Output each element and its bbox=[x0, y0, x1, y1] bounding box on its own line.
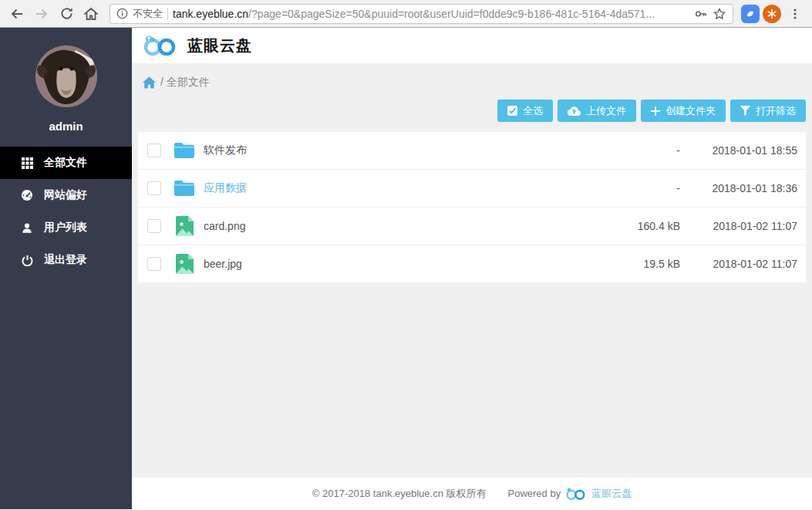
row-checkbox[interactable] bbox=[147, 181, 161, 195]
create-folder-label: 创建文件夹 bbox=[665, 104, 716, 118]
sidebar-item-label: 用户列表 bbox=[44, 221, 87, 235]
app-header: 蓝眼云盘 bbox=[132, 28, 812, 63]
infinity-cloud-logo bbox=[143, 34, 178, 57]
reload-button[interactable] bbox=[56, 3, 77, 25]
forward-icon bbox=[34, 6, 49, 22]
folder-icon bbox=[174, 143, 194, 158]
info-icon[interactable] bbox=[116, 8, 128, 19]
brand-link[interactable]: 蓝眼云盘 bbox=[591, 487, 632, 501]
file-name[interactable]: 应用数据 bbox=[204, 181, 588, 195]
forward-button[interactable] bbox=[31, 3, 52, 25]
back-icon bbox=[9, 6, 25, 22]
file-date: 2018-01-02 11:07 bbox=[680, 258, 797, 270]
home-icon bbox=[83, 6, 99, 22]
file-name[interactable]: beer.jpg bbox=[204, 258, 588, 270]
row-checkbox[interactable] bbox=[147, 219, 161, 233]
extension-orange-icon[interactable] bbox=[763, 5, 781, 23]
sidebar-menu: 全部文件 网站偏好 用户列表 退出登录 bbox=[0, 147, 132, 276]
sidebar-item-label: 全部文件 bbox=[44, 156, 87, 170]
file-date: 2018-01-01 18:36 bbox=[680, 182, 797, 194]
username: admin bbox=[49, 120, 83, 133]
file-name[interactable]: card.png bbox=[204, 220, 588, 232]
powered-by: Powered by 蓝眼云盘 bbox=[508, 487, 632, 501]
upload-file-button[interactable]: 上传文件 bbox=[558, 100, 636, 122]
upload-file-label: 上传文件 bbox=[586, 104, 626, 118]
row-checkbox[interactable] bbox=[147, 257, 161, 271]
sidebar-item-all-files[interactable]: 全部文件 bbox=[0, 147, 132, 179]
menu-dots-icon bbox=[789, 8, 801, 20]
table-row[interactable]: card.png 160.4 kB 2018-01-02 11:07 bbox=[138, 208, 806, 245]
create-folder-button[interactable]: 创建文件夹 bbox=[641, 100, 726, 122]
url-text[interactable]: tank.eyeblue.cn/?page=0&pageSize=50&puui… bbox=[173, 8, 689, 20]
browser-toolbar: 不安全 tank.eyeblue.cn/?page=0&pageSize=50&… bbox=[0, 0, 812, 28]
back-button[interactable] bbox=[6, 3, 28, 25]
file-size: - bbox=[588, 144, 680, 157]
row-checkbox[interactable] bbox=[147, 144, 161, 157]
sidebar-item-label: 网站偏好 bbox=[44, 188, 87, 202]
breadcrumb: / 全部文件 bbox=[138, 63, 806, 93]
filter-icon bbox=[740, 106, 750, 116]
url-bar[interactable]: 不安全 tank.eyeblue.cn/?page=0&pageSize=50&… bbox=[110, 4, 733, 24]
file-size: - bbox=[588, 182, 680, 194]
select-all-button[interactable]: 全选 bbox=[497, 100, 553, 122]
key-icon[interactable] bbox=[694, 7, 708, 21]
action-toolbar: 全选 上传文件 创建文件夹 打开筛选 bbox=[138, 93, 806, 132]
file-name[interactable]: 软件发布 bbox=[204, 144, 588, 157]
home-button[interactable] bbox=[80, 3, 102, 25]
infinity-cloud-logo bbox=[565, 487, 587, 501]
select-all-label: 全选 bbox=[523, 104, 543, 118]
app-title: 蓝眼云盘 bbox=[187, 35, 252, 56]
file-date: 2018-01-02 11:07 bbox=[680, 220, 797, 232]
powered-by-text: Powered by bbox=[508, 488, 561, 499]
plus-icon bbox=[651, 106, 660, 116]
breadcrumb-path[interactable]: / 全部文件 bbox=[160, 76, 210, 90]
table-row[interactable]: beer.jpg 19.5 kB 2018-01-02 11:07 bbox=[138, 245, 806, 283]
cloud-upload-icon bbox=[568, 106, 581, 116]
user-icon bbox=[21, 222, 33, 234]
reload-icon bbox=[59, 6, 74, 21]
copyright-text: © 2017-2018 tank.eyeblue.cn 版权所有 bbox=[312, 487, 487, 501]
browser-menu-button[interactable] bbox=[784, 3, 806, 25]
grid-icon bbox=[21, 157, 33, 169]
star-icon[interactable] bbox=[713, 7, 726, 21]
dashboard-icon bbox=[21, 189, 33, 201]
table-row[interactable]: 软件发布 - 2018-01-01 18:55 bbox=[138, 132, 806, 170]
file-size: 19.5 kB bbox=[588, 258, 680, 270]
checkbox-icon bbox=[507, 106, 517, 116]
file-size: 160.4 kB bbox=[588, 220, 680, 232]
sidebar-item-label: 退出登录 bbox=[44, 253, 87, 267]
url-domain: tank.eyeblue.cn bbox=[173, 8, 248, 20]
url-path: /?page=0&pageSize=50&puuid=root&userUuid… bbox=[248, 8, 655, 20]
home-icon[interactable] bbox=[143, 76, 156, 89]
sidebar-item-site-preferences[interactable]: 网站偏好 bbox=[0, 179, 132, 211]
divider bbox=[167, 8, 168, 20]
image-file-icon bbox=[174, 254, 194, 274]
table-row[interactable]: 应用数据 - 2018-01-01 18:36 bbox=[138, 170, 806, 208]
file-table: 软件发布 - 2018-01-01 18:55 应用数据 - 2018-01-0… bbox=[138, 132, 806, 283]
power-icon bbox=[21, 255, 33, 266]
content: / 全部文件 全选 上传文件 创建文件夹 打开筛选 bbox=[132, 63, 812, 478]
extension-blue-icon[interactable] bbox=[741, 5, 760, 23]
image-file-icon bbox=[174, 216, 194, 236]
goat-avatar-image bbox=[35, 46, 97, 107]
sidebar-item-logout[interactable]: 退出登录 bbox=[0, 244, 132, 276]
footer: © 2017-2018 tank.eyeblue.cn 版权所有 Powered… bbox=[132, 478, 812, 509]
folder-icon bbox=[174, 181, 194, 196]
security-label[interactable]: 不安全 bbox=[133, 7, 163, 21]
avatar[interactable] bbox=[35, 46, 97, 107]
open-filter-button[interactable]: 打开筛选 bbox=[730, 100, 806, 122]
open-filter-label: 打开筛选 bbox=[756, 104, 796, 118]
sidebar-item-user-list[interactable]: 用户列表 bbox=[0, 211, 132, 244]
file-date: 2018-01-01 18:55 bbox=[680, 144, 797, 157]
sidebar: admin 全部文件 网站偏好 用户列表 bbox=[0, 28, 132, 509]
